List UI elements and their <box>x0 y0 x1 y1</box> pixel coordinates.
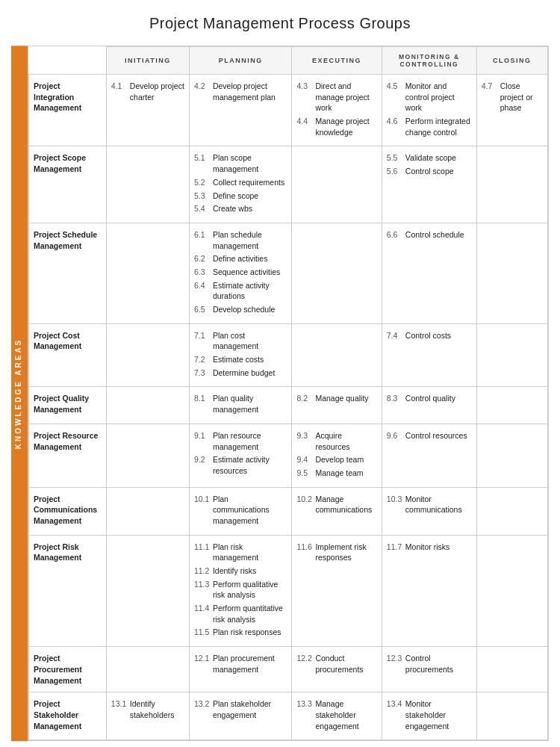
process-name: Plan schedule management <box>213 229 287 251</box>
process-item: 6.4Estimate activity durations <box>194 280 287 302</box>
process-number: 9.1 <box>194 430 211 452</box>
process-number: 8.2 <box>296 393 313 404</box>
process-item: 4.6Perform integrated change control <box>387 116 472 137</box>
process-number: 7.2 <box>194 354 211 365</box>
closing-cell <box>476 487 547 535</box>
process-name: Perform qualitative risk analysis <box>213 579 287 601</box>
process-name: Control schedule <box>405 229 464 241</box>
process-item: 6.1Plan schedule management <box>194 229 287 251</box>
col-monitoring: MONITORING &CONTROLLING <box>382 47 476 75</box>
process-item: 6.3Sequence activities <box>194 267 287 278</box>
monitoring-cell: 12.3Control procurements <box>382 647 476 692</box>
process-name: Control procurements <box>405 653 472 675</box>
process-number: 5.2 <box>194 177 211 188</box>
process-item: 12.3Control procurements <box>387 653 472 675</box>
process-number: 5.1 <box>194 152 211 174</box>
table-row: Project Risk Management11.1Plan risk man… <box>29 535 548 647</box>
process-number: 13.3 <box>296 698 313 731</box>
process-number: 13.1 <box>111 698 128 720</box>
area-cell: Project Procurement Management <box>29 647 107 692</box>
process-number: 9.2 <box>194 454 211 476</box>
table-row: Project Scope Management5.1Plan scope ma… <box>29 146 548 223</box>
process-item: 13.3Manage stakeholder engagement <box>296 698 376 731</box>
process-number: 10.3 <box>387 494 403 515</box>
initiating-cell <box>106 387 189 424</box>
process-name: Plan risk responses <box>213 627 281 638</box>
planning-cell: 12.1Plan procurement management <box>189 647 292 692</box>
process-number: 11.7 <box>387 542 403 553</box>
process-item: 10.3Monitor communications <box>387 494 472 515</box>
process-number: 5.3 <box>194 190 211 202</box>
process-item: 12.2Conduct procurements <box>296 653 376 675</box>
process-name: Plan communications management <box>213 494 287 527</box>
process-number: 9.5 <box>296 468 313 479</box>
area-cell: Project Resource Management <box>29 424 107 487</box>
executing-cell: 11.6Implement risk responses <box>292 535 382 647</box>
executing-cell: 13.3Manage stakeholder engagement <box>292 692 382 740</box>
table-row: Project Cost Management7.1Plan cost mana… <box>29 323 548 387</box>
process-item: 4.7Close project or phase <box>482 81 543 114</box>
process-number: 7.1 <box>194 330 211 352</box>
process-item: 6.5Develop schedule <box>194 304 287 315</box>
planning-cell: 11.1Plan risk management11.2Identify ris… <box>189 535 292 647</box>
process-number: 4.5 <box>387 81 403 114</box>
process-item: 4.4Manage project knowledge <box>296 116 376 137</box>
process-name: Create wbs <box>213 203 252 214</box>
process-item: 11.4Perform quantitative risk analysis <box>194 603 287 624</box>
process-name: Develop schedule <box>213 304 275 315</box>
monitoring-cell: 5.5Validate scope5.6Control scope <box>382 146 476 223</box>
process-number: 11.5 <box>194 627 211 638</box>
process-name: Estimate activity resources <box>213 454 287 476</box>
process-name: Implement risk responses <box>315 542 376 563</box>
process-number: 6.4 <box>194 280 211 302</box>
col-initiating: INITIATING <box>106 47 189 75</box>
process-name: Plan cost management <box>213 330 287 352</box>
table-row: Project Schedule Management6.1Plan sched… <box>29 223 548 323</box>
process-name: Manage team <box>315 468 363 479</box>
planning-cell: 10.1Plan communications management <box>189 487 292 535</box>
process-name: Control quality <box>405 393 455 404</box>
process-item: 10.2Manage communications <box>296 494 376 515</box>
executing-cell: 4.3Direct and manage project work4.4Mana… <box>292 75 382 146</box>
process-item: 5.3Define scope <box>194 190 287 202</box>
process-item: 6.2Define activities <box>194 253 287 264</box>
executing-cell <box>292 323 382 387</box>
process-item: 4.5Monitor and control project work <box>387 81 472 114</box>
process-name: Plan risk management <box>213 542 287 563</box>
process-name: Identify risks <box>213 565 256 577</box>
process-name: Control costs <box>405 330 451 341</box>
process-number: 12.1 <box>194 653 211 675</box>
process-number: 8.3 <box>387 393 403 404</box>
process-number: 13.2 <box>194 698 211 720</box>
process-number: 10.1 <box>194 494 211 527</box>
process-number: 5.5 <box>387 152 403 164</box>
closing-cell <box>476 424 547 487</box>
process-name: Determine budget <box>213 368 275 379</box>
process-name: Define scope <box>213 190 258 202</box>
process-name: Monitor stakeholder engagement <box>405 698 472 731</box>
process-name: Acquire resources <box>315 430 376 452</box>
process-number: 5.4 <box>194 203 211 214</box>
process-name: Plan scope management <box>213 152 287 174</box>
process-number: 12.2 <box>296 653 313 675</box>
monitoring-cell: 8.3Control quality <box>382 387 476 424</box>
table-wrapper: INITIATING PLANNING EXECUTING MONITORING… <box>28 46 549 741</box>
process-name: Develop team <box>315 454 364 465</box>
process-number: 9.6 <box>387 430 403 441</box>
process-item: 8.2Manage quality <box>296 393 376 404</box>
process-item: 4.3Direct and manage project work <box>296 81 376 114</box>
process-number: 11.2 <box>194 565 211 577</box>
executing-cell: 8.2Manage quality <box>292 387 382 424</box>
planning-cell: 6.1Plan schedule management6.2Define act… <box>189 223 292 323</box>
process-number: 9.3 <box>296 430 313 452</box>
table-row: Project Resource Management9.1Plan resou… <box>29 424 548 487</box>
planning-cell: 13.2Plan stakeholder engagement <box>189 692 292 740</box>
process-item: 9.5Manage team <box>296 468 376 479</box>
process-name: Perform integrated change control <box>405 116 472 137</box>
process-name: Plan quality management <box>213 393 287 415</box>
monitoring-cell: 9.6Control resources <box>382 424 476 487</box>
closing-cell <box>476 387 547 424</box>
process-name: Manage stakeholder engagement <box>315 698 376 731</box>
process-name: Manage project knowledge <box>315 116 376 137</box>
planning-cell: 4.2Develop project management plan <box>189 75 292 146</box>
